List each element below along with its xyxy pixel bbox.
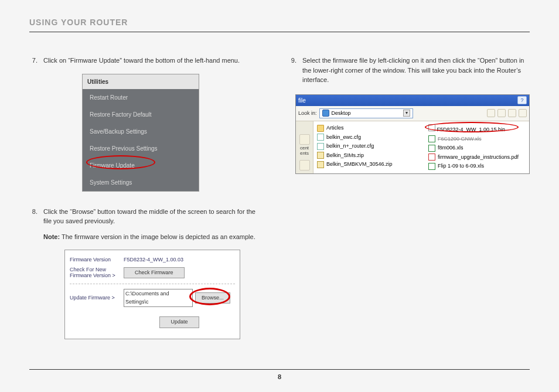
- bin-file-icon: [428, 124, 435, 131]
- file-item: Belkin_SMBKVM_30546.zip: [317, 160, 414, 169]
- file-item: Flip 1-09 to 6-09.xls: [428, 162, 526, 171]
- page-section-title: USING YOUR ROUTER: [29, 18, 530, 32]
- file-item: f8m006.xls: [428, 144, 526, 153]
- file-item-highlighted: F5D8232-4_WW_1.00.15.bin: [428, 124, 526, 135]
- page-number: 8: [278, 373, 281, 380]
- file-column-left: Articles belkin_ewc.cfg belkin_n+_router…: [317, 124, 414, 171]
- file-item: Articles: [317, 124, 414, 133]
- pdf-file-icon: [428, 154, 435, 161]
- up-folder-icon: [497, 109, 506, 117]
- menu-item-save-backup: Save/Backup Settings: [83, 123, 199, 140]
- help-icon: ?: [517, 96, 527, 104]
- file-item: F6C1200 GNW.xls: [428, 135, 526, 144]
- firmware-panel-screenshot: Firmware Version F5D8232-4_WW_1.00.03 Ch…: [64, 250, 240, 339]
- update-button: Update: [159, 316, 199, 328]
- desktop-icon: [322, 110, 329, 117]
- fw-check-label: Check For New Firmware Version >: [70, 267, 124, 279]
- zip-file-icon: [317, 152, 324, 159]
- step-number: 8.: [29, 207, 38, 242]
- file-item: belkin_ewc.cfg: [317, 133, 414, 142]
- cfg-file-icon: [317, 134, 324, 141]
- right-column: 9. Select the firmware file by left-clic…: [288, 56, 530, 339]
- utilities-menu-title: Utilities: [83, 74, 199, 89]
- content-columns: 7. Click on “Firmware Update” toward the…: [29, 56, 530, 339]
- file-dialog-screenshot: file ? Look in: Desktop ▾: [295, 94, 530, 174]
- firmware-path-input: C:\Documents and Settings\c: [124, 289, 193, 307]
- step-9: 9. Select the firmware file by left-clic…: [288, 56, 530, 85]
- step-8-main: Click the “Browse” button toward the mid…: [43, 208, 255, 225]
- fw-version-value: F5D8232-4_WW_1.00.03: [124, 256, 183, 264]
- dialog-body: cent ents Articles belkin_ewc.cfg belkin…: [296, 121, 529, 173]
- step-number: 9.: [288, 56, 296, 85]
- menu-item-restore-factory: Restore Factory Default: [83, 106, 199, 123]
- xls-file-icon: [428, 163, 435, 170]
- toolbar-icons: [487, 109, 527, 117]
- back-icon: [487, 109, 495, 117]
- file-name: Flip 1-09 to 6-09.xls: [438, 162, 484, 171]
- file-column-right: F5D8232-4_WW_1.00.15.bin F6C1200 GNW.xls…: [428, 124, 526, 171]
- step-7: 7. Click on “Firmware Update” toward the…: [29, 56, 265, 66]
- file-item: firmware_upgrade_instructions.pdf: [428, 153, 526, 162]
- file-name: Belkin_SMBKVM_30546.zip: [326, 161, 393, 169]
- file-item: Belkin_SIMs.zip: [317, 151, 414, 161]
- note-text: The firmware version in the image below …: [60, 233, 255, 240]
- check-firmware-button: Check Firmware: [124, 267, 185, 279]
- file-name: belkin_n+_router.cfg: [326, 142, 374, 151]
- new-folder-icon: [508, 109, 516, 117]
- fw-update-label: Update Firmware >: [70, 295, 124, 301]
- dialog-title-text: file: [298, 96, 306, 105]
- xls-file-icon: [428, 135, 435, 142]
- step-8: 8. Click the “Browse” button toward the …: [29, 207, 265, 242]
- dialog-titlebar: file ?: [296, 95, 529, 106]
- fw-version-label: Firmware Version: [70, 257, 124, 263]
- file-name: belkin_ewc.cfg: [326, 134, 361, 142]
- file-list: Articles belkin_ewc.cfg belkin_n+_router…: [313, 121, 529, 173]
- browse-button-wrap: Browse...: [195, 292, 230, 304]
- browse-button: Browse...: [195, 292, 230, 304]
- file-name: Belkin_SIMs.zip: [326, 152, 364, 160]
- lookin-dropdown: Desktop ▾: [319, 108, 413, 119]
- step-8-note: Note: The firmware version in the image …: [43, 232, 265, 242]
- places-icon: [299, 134, 310, 145]
- step-text: Select the firmware file by left-clickin…: [302, 56, 530, 85]
- views-icon: [519, 109, 527, 117]
- folder-icon: [317, 125, 324, 132]
- zip-file-icon: [317, 161, 324, 168]
- utilities-menu-screenshot: Utilities Restart Router Restore Factory…: [82, 74, 199, 192]
- file-item: belkin_n+_router.cfg: [317, 142, 414, 151]
- step-number: 7.: [29, 56, 38, 66]
- menu-item-restore-previous: Restore Previous Settings: [83, 140, 199, 157]
- cfg-file-icon: [317, 143, 324, 150]
- file-name: firmware_upgrade_instructions.pdf: [438, 154, 519, 162]
- note-label: Note:: [43, 233, 60, 240]
- lookin-label: Look in:: [298, 110, 317, 118]
- step-text: Click on “Firmware Update” toward the bo…: [43, 56, 265, 66]
- file-name: F6C1200 GNW.xls: [438, 135, 482, 144]
- file-name: Articles: [326, 124, 344, 132]
- chevron-down-icon: ▾: [403, 110, 410, 117]
- file-name: f8m006.xls: [438, 144, 463, 152]
- places-icon: [299, 160, 310, 171]
- menu-item-restart-router: Restart Router: [83, 89, 199, 106]
- menu-item-firmware-update: Firmware Update: [83, 157, 199, 174]
- file-name: F5D8232-4_WW_1.00.15.bin: [437, 127, 506, 132]
- dialog-places-sidebar: cent ents: [296, 121, 313, 173]
- divider: [70, 284, 235, 284]
- menu-item-label: Firmware Update: [90, 162, 135, 169]
- menu-item-system-settings: System Settings: [83, 174, 199, 191]
- lookin-value: Desktop: [332, 110, 351, 118]
- left-column: 7. Click on “Firmware Update” toward the…: [29, 56, 265, 339]
- sidebar-text-2: ents: [297, 151, 312, 156]
- xls-file-icon: [428, 145, 435, 152]
- dialog-toolbar: Look in: Desktop ▾: [296, 106, 529, 122]
- step-text: Click the “Browse” button toward the mid…: [43, 207, 265, 242]
- page-footer: 8: [29, 369, 530, 380]
